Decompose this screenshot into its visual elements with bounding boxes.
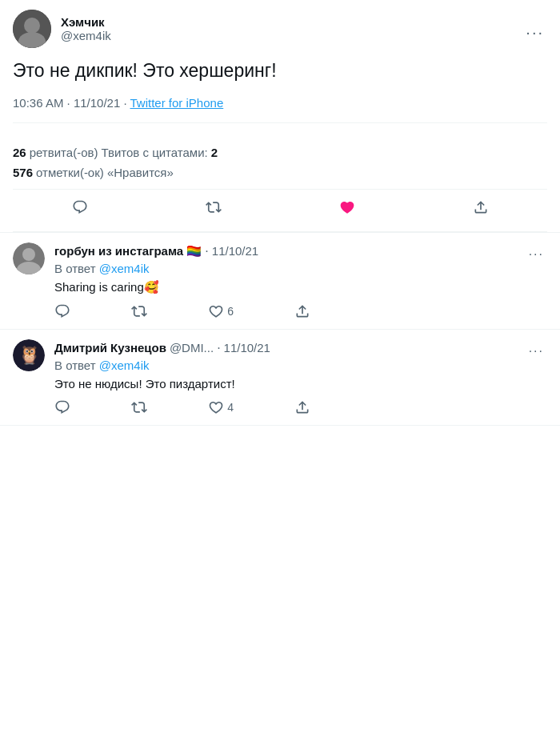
share-button[interactable] bbox=[466, 193, 495, 222]
reply-1-reply-button[interactable] bbox=[54, 303, 70, 319]
reply-2-username: @DMI... bbox=[170, 341, 214, 354]
user-info: Хэмчик @xem4ik bbox=[61, 15, 111, 42]
retweets-label: ретвита(-ов) bbox=[30, 146, 98, 159]
like-icon bbox=[339, 199, 355, 215]
reply-2-reply-to: В ответ @xem4ik bbox=[54, 358, 547, 372]
reply-icon bbox=[72, 199, 88, 215]
reply-2-like-button[interactable]: 4 bbox=[208, 399, 234, 415]
tweet-body: Это не дикпик! Это хершеринг! bbox=[13, 58, 547, 83]
retweet-stats-row: 26 ретвита(-ов) Твитов с цитатами: 2 bbox=[13, 146, 547, 159]
more-button[interactable]: ... bbox=[522, 17, 547, 42]
reply-2-avatar[interactable]: 🦉 bbox=[13, 339, 45, 371]
reply-button[interactable] bbox=[66, 193, 94, 222]
reply-1-more-button[interactable]: ... bbox=[526, 242, 547, 260]
main-tweet: Хэмчик @xem4ik ... Это не дикпик! Это хе… bbox=[0, 0, 560, 233]
reply-1-separator: · bbox=[205, 244, 208, 258]
reply-2-content: Дмитрий Кузнецов @DMI... · 11/10/21 ... … bbox=[54, 339, 547, 416]
reply-1-avatar[interactable] bbox=[13, 242, 45, 274]
reply-1-retweet-icon bbox=[131, 303, 147, 319]
retweet-icon bbox=[206, 199, 222, 215]
tweet-stats: 26 ретвита(-ов) Твитов с цитатами: 2 576… bbox=[13, 136, 547, 190]
reply-1-time: 11/10/21 bbox=[212, 244, 258, 258]
reply-1-likes-count: 6 bbox=[227, 305, 234, 318]
retweet-button[interactable] bbox=[199, 193, 228, 222]
tweet-timestamp: 10:36 AM · 11/10/21 · Twitter for iPhone bbox=[13, 96, 547, 123]
reply-2-more-button[interactable]: ... bbox=[526, 339, 547, 357]
reply-1-header: горбун из инстаграма 🏳️‍🌈 · 11/10/21 ... bbox=[54, 242, 547, 260]
reply-2-reply-icon bbox=[54, 399, 70, 415]
quotes-count: 2 bbox=[211, 146, 218, 159]
share-icon bbox=[473, 199, 489, 215]
reply-2-retweet-icon bbox=[131, 399, 147, 415]
reply-2-likes-count: 4 bbox=[227, 401, 234, 414]
reply-1-display-name[interactable]: горбун из инстаграма 🏳️‍🌈 bbox=[54, 244, 202, 258]
username[interactable]: @xem4ik bbox=[61, 29, 111, 42]
reply-2-header-left: Дмитрий Кузнецов @DMI... · 11/10/21 bbox=[54, 341, 270, 355]
reply-2-reply-button[interactable] bbox=[54, 399, 70, 415]
reply-1-content: горбун из инстаграма 🏳️‍🌈 · 11/10/21 ...… bbox=[54, 242, 547, 319]
reply-1-reply-to: В ответ @xem4ik bbox=[54, 262, 547, 275]
avatar[interactable] bbox=[13, 10, 51, 48]
reply-to-text: В ответ bbox=[54, 262, 96, 275]
reply-to-user-link[interactable]: @xem4ik bbox=[99, 262, 150, 275]
likes-stats-row: 576 отметки(-ок) «Нравится» bbox=[13, 166, 547, 179]
reply-2-to-user-link[interactable]: @xem4ik bbox=[99, 358, 150, 372]
tweet-header-left: Хэмчик @xem4ik bbox=[13, 10, 111, 48]
tweet-actions bbox=[13, 190, 547, 232]
reply-1-body: Sharing is caring🥰 bbox=[54, 278, 547, 297]
reply-1-share-icon bbox=[294, 303, 310, 319]
reply-2-share-icon bbox=[294, 399, 310, 415]
reply-2-body: Это не нюдисы! Это пиздартист! bbox=[54, 375, 547, 394]
reply-1-like-button[interactable]: 6 bbox=[208, 303, 234, 319]
reply-1-reply-icon bbox=[54, 303, 70, 319]
display-name[interactable]: Хэмчик bbox=[61, 15, 111, 29]
reply-1-retweet-button[interactable] bbox=[131, 303, 147, 319]
reply-1-header-left: горбун из инстаграма 🏳️‍🌈 · 11/10/21 bbox=[54, 244, 258, 258]
reply-2-to-text: В ответ bbox=[54, 358, 96, 372]
reply-2-separator: · bbox=[217, 341, 220, 355]
tweet-header: Хэмчик @xem4ik ... bbox=[13, 10, 547, 48]
reply-2-like-icon bbox=[208, 399, 224, 415]
likes-count: 576 bbox=[13, 166, 33, 179]
reply-1-actions: 6 bbox=[54, 303, 310, 319]
reply-2-header: Дмитрий Кузнецов @DMI... · 11/10/21 ... bbox=[54, 339, 547, 357]
source-link[interactable]: Twitter for iPhone bbox=[130, 96, 224, 110]
reply-1-share-button[interactable] bbox=[294, 303, 310, 319]
reply-1: горбун из инстаграма 🏳️‍🌈 · 11/10/21 ...… bbox=[0, 233, 560, 330]
reply-2-share-button[interactable] bbox=[294, 399, 310, 415]
quotes-label: Твитов с цитатами: bbox=[101, 146, 207, 159]
reply-2-time: 11/10/21 bbox=[224, 341, 270, 354]
reply-2: 🦉 Дмитрий Кузнецов @DMI... · 11/10/21 ..… bbox=[0, 330, 560, 427]
reply-2-actions: 4 bbox=[54, 399, 310, 415]
retweets-count: 26 bbox=[13, 146, 26, 159]
reply-2-display-name[interactable]: Дмитрий Кузнецов bbox=[54, 341, 166, 354]
timestamp-text: 10:36 AM · 11/10/21 · bbox=[13, 96, 130, 110]
likes-label: отметки(-ок) «Нравится» bbox=[36, 166, 174, 179]
reply-1-like-icon bbox=[208, 303, 224, 319]
reply-2-retweet-button[interactable] bbox=[131, 399, 147, 415]
like-button[interactable] bbox=[333, 193, 362, 222]
